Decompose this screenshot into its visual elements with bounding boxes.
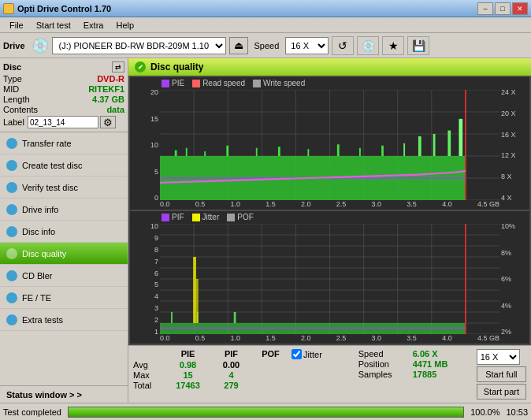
nav-label-disc-quality: Disc quality — [22, 249, 66, 258]
nav-label-verify-test-disc: Verify test disc — [22, 183, 78, 192]
status-text: Test completed — [3, 407, 61, 417]
jitter-checkbox[interactable] — [291, 349, 302, 359]
col-pie-header: PIE — [166, 349, 210, 359]
legend-pof: POF — [227, 213, 254, 221]
menu-start-test[interactable]: Start test — [30, 19, 77, 32]
content-area: ✔ Disc quality PIE Read speed — [128, 58, 531, 403]
maximize-button[interactable]: □ — [495, 2, 511, 15]
disc-info-nav-icon — [6, 226, 17, 237]
speed-dropdown[interactable]: 16 X — [285, 37, 329, 54]
eject-icon: ⏏ — [234, 39, 243, 51]
right-panel: Speed 6.06 X Position 4471 MB Samples 17… — [358, 349, 526, 400]
disc-refresh-button[interactable]: ⇄ — [112, 61, 124, 72]
label-key: Label — [3, 117, 24, 127]
sidebar-nav: Transfer rate Create test disc Verify te… — [0, 132, 128, 385]
svg-rect-28 — [433, 134, 436, 156]
status-time: 10:53 — [506, 407, 528, 417]
progress-percent: 100.0% — [470, 407, 499, 417]
legend-read-speed-label: Read speed — [202, 79, 245, 87]
quality-check-icon: ✔ — [138, 64, 143, 71]
chart2-y-axis-right: 10% 8% 6% 4% 2% — [499, 211, 529, 344]
svg-rect-21 — [278, 147, 280, 156]
menu-file[interactable]: File — [3, 19, 30, 32]
stats-table: PIE PIF POF Jitter Avg 0.98 0.00 — [133, 349, 322, 390]
eject-button[interactable]: ⏏ — [229, 37, 248, 54]
type-value: DVD-R — [97, 74, 124, 84]
label-input[interactable] — [28, 116, 98, 128]
svg-rect-55 — [234, 312, 236, 323]
stats-total-row: Total 17463 279 — [133, 381, 322, 390]
speed-select-right[interactable]: 16 X — [477, 349, 520, 365]
disc-length-row: Length 4.37 GB — [3, 95, 124, 104]
close-button[interactable]: ✕ — [512, 2, 528, 15]
mid-label: MID — [3, 84, 19, 94]
menu-extra[interactable]: Extra — [77, 19, 110, 32]
svg-rect-56 — [193, 257, 196, 323]
legend-write-speed-label: Write speed — [263, 79, 305, 87]
disc-type-row: Type DVD-R — [3, 74, 124, 84]
position-stat-label: Position — [358, 359, 410, 369]
disc-mid-row: MID RITEKF1 — [3, 84, 124, 94]
max-pif: 4 — [210, 370, 253, 380]
legend-pie-label: PIE — [172, 79, 184, 87]
legend-pie: PIE — [162, 79, 184, 87]
svg-rect-16 — [175, 151, 177, 156]
total-label: Total — [133, 381, 166, 390]
start-full-button[interactable]: Start full — [477, 366, 526, 382]
legend-write-speed-color — [253, 80, 261, 87]
save-button[interactable]: 💾 — [407, 36, 429, 55]
sidebar-item-extra-tests[interactable]: Extra tests — [0, 309, 128, 331]
legend-pif-color — [162, 214, 169, 221]
sidebar-item-verify-test-disc[interactable]: Verify test disc — [0, 177, 128, 199]
sidebar-item-transfer-rate[interactable]: Transfer rate — [0, 132, 128, 154]
drive-dropdown[interactable]: (J:) PIONEER BD-RW BDR-209M 1.10 — [52, 37, 226, 54]
star-icon: ★ — [388, 39, 399, 52]
disc-quality-icon — [6, 248, 17, 259]
cd-bler-icon — [6, 270, 17, 281]
sidebar-item-fe-te[interactable]: FE / TE — [0, 287, 128, 309]
nav-label-disc-info: Disc info — [22, 227, 55, 236]
label-settings-button[interactable]: ⚙ — [100, 116, 116, 128]
action-panel: 16 X Start full Start part — [477, 349, 526, 400]
sidebar-item-drive-info[interactable]: Drive info — [0, 199, 128, 221]
disc-contents-row: Contents data — [3, 105, 124, 114]
total-pof — [253, 381, 288, 390]
chart2-svg — [160, 224, 499, 334]
drive-label: Drive — [3, 41, 25, 50]
max-label: Max — [133, 370, 166, 380]
legend-write-speed: Write speed — [253, 79, 305, 87]
chart1: PIE Read speed Write speed 20 15 10 — [130, 77, 529, 210]
window-controls: – □ ✕ — [477, 2, 528, 15]
contents-value: data — [106, 105, 124, 114]
title-bar: Opti Drive Control 1.70 – □ ✕ — [0, 0, 531, 17]
bottom-stats-panel: PIE PIF POF Jitter Avg 0.98 0.00 — [128, 345, 531, 403]
svg-rect-18 — [204, 151, 206, 156]
refresh-button[interactable]: ↺ — [332, 36, 354, 55]
svg-rect-25 — [381, 146, 384, 156]
save-icon: 💾 — [412, 39, 425, 52]
nav-label-transfer-rate: Transfer rate — [22, 139, 72, 148]
status-window-toggle[interactable]: Status window > > — [0, 385, 128, 403]
svg-rect-57 — [196, 279, 199, 323]
menu-help[interactable]: Help — [110, 19, 140, 32]
status-window-label: Status window > > — [6, 390, 82, 400]
sidebar-item-cd-bler[interactable]: CD Bler — [0, 265, 128, 287]
chart1-svg — [160, 90, 499, 200]
disc-button[interactable]: 💿 — [357, 36, 379, 55]
sidebar-item-create-test-disc[interactable]: Create test disc — [0, 154, 128, 177]
fe-te-icon — [6, 292, 17, 303]
chart1-y-axis-left: 20 15 10 5 0 — [130, 77, 160, 210]
minimize-button[interactable]: – — [477, 2, 493, 15]
sidebar-item-disc-quality[interactable]: Disc quality — [0, 243, 128, 265]
svg-rect-20 — [256, 148, 258, 156]
legend-jitter: Jitter — [192, 213, 220, 221]
window-title: Opti Drive Control 1.70 — [17, 4, 111, 13]
star-button[interactable]: ★ — [382, 36, 404, 55]
start-part-button[interactable]: Start part — [477, 384, 526, 400]
legend-read-speed: Read speed — [192, 79, 245, 87]
right-stats: Speed 6.06 X Position 4471 MB Samples 17… — [358, 349, 472, 379]
sidebar: Disc ⇄ Type DVD-R MID RITEKF1 Length 4.3… — [0, 58, 128, 403]
toolbar: Drive 💿 (J:) PIONEER BD-RW BDR-209M 1.10… — [0, 33, 531, 58]
transfer-rate-icon — [6, 138, 17, 149]
sidebar-item-disc-info[interactable]: Disc info — [0, 221, 128, 243]
